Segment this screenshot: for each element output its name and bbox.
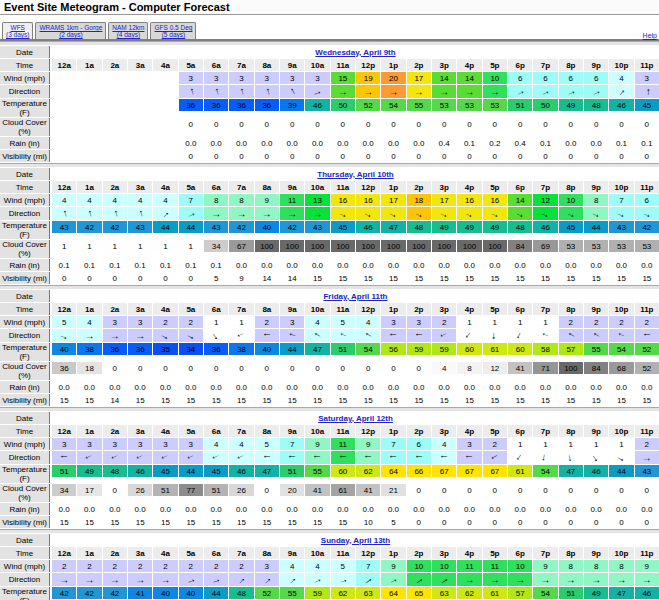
direction-cell: → [508, 207, 532, 220]
time-header-cell: 4p [457, 181, 481, 193]
direction-cell: → [179, 451, 203, 464]
row-label-time: Time [0, 547, 50, 559]
wind-direction-arrow-icon: → [590, 207, 603, 220]
date-cell: Sunday, April 13th [52, 534, 659, 546]
temperature-grid: 4038363635343638404447515456595960616058… [52, 343, 659, 361]
wind-direction-arrow-icon: → [285, 573, 299, 586]
temperature-cell: 52 [356, 99, 380, 111]
rain-cell: 0.1 [204, 259, 228, 271]
date-row: DateSaturday, April 12th [0, 412, 659, 424]
direction-cell: → [204, 451, 228, 464]
direction-cell [128, 85, 152, 98]
temperature-cell: 35 [153, 343, 177, 355]
wind-direction-arrow-icon: → [287, 453, 297, 463]
date-link[interactable]: Saturday, April 12th [318, 414, 393, 423]
rain-cell: 0.0 [559, 503, 583, 515]
rain-cell: 0.1 [635, 137, 659, 149]
visibility-cell: 15 [128, 516, 152, 528]
cloud-cell: 34 [52, 484, 76, 496]
temperature-cell: 42 [229, 221, 253, 233]
time-header-cell: 7p [533, 181, 557, 193]
wind-cell: 11 [331, 438, 355, 450]
wind-row: Wind (mph)3333334457911976432111112 [0, 438, 659, 450]
tab-wrams-1km-gorge[interactable]: WRAMS 1km - Gorge(2 days) [35, 22, 106, 39]
direction-cell [52, 85, 76, 98]
rain-cell: 0.0 [356, 259, 380, 271]
temperature-cell: 44 [204, 587, 228, 599]
wind-direction-arrow-icon: → [110, 575, 120, 585]
cloud-cell: 0 [381, 118, 405, 130]
wind-direction-arrow-icon: → [210, 573, 223, 586]
wind-cell: 14 [432, 72, 456, 84]
time-header-cell: 10a [305, 59, 329, 71]
row-label-date: Date [0, 168, 50, 180]
tab-gfs-0-5-deg[interactable]: GFS 0.5 Deg(5 days) [150, 22, 196, 39]
wind-direction-arrow-icon: → [58, 329, 71, 342]
wind-cell [153, 72, 177, 84]
direction-cell: → [635, 85, 659, 98]
rain-cell: 0.0 [52, 381, 76, 393]
rain-cell: 0.0 [280, 503, 304, 515]
temperature-grid: 5149484645444546475155606264666767676154… [52, 465, 659, 483]
cloud-cell: 0 [584, 484, 608, 496]
direction-cell: → [533, 207, 557, 220]
visibility-cell [52, 150, 76, 162]
visibility-cell: 15 [280, 516, 304, 528]
wind-direction-arrow-icon: → [387, 573, 400, 586]
rain-cell: 0.0 [432, 381, 456, 393]
visibility-cell: 15 [533, 272, 557, 284]
date-link[interactable]: Friday, April 11th [323, 292, 387, 301]
temperature-cell: 38 [77, 343, 101, 355]
wind-cell: 13 [305, 194, 329, 206]
wind-cell: 18 [407, 194, 431, 206]
direction-cell [153, 85, 177, 98]
cloud-cell: 0 [280, 362, 304, 374]
visibility-cell: 0 [407, 150, 431, 162]
time-header-cell: 3p [432, 59, 456, 71]
temperature-cell: 49 [584, 587, 608, 599]
temperature-row: Temperature (F)5149484645444546475155606… [0, 465, 659, 483]
wind-direction-arrow-icon: → [262, 209, 272, 219]
time-header-cell: 12a [52, 425, 76, 437]
rain-cell: 0.0 [128, 503, 152, 515]
time-header-cell: 9p [584, 59, 608, 71]
visibility-cell: 0 [609, 516, 633, 528]
cloud-cell: 0 [533, 484, 557, 496]
rain-cell: 0.0 [432, 503, 456, 515]
date-link[interactable]: Wednesday, April 9th [315, 48, 395, 57]
time-header-cell: 11a [331, 425, 355, 437]
time-header-cell: 8p [559, 425, 583, 437]
cloud-cell: 17 [77, 484, 101, 496]
cloud-cell: 61 [331, 484, 355, 496]
time-header-cell: 3p [432, 181, 456, 193]
wind-row: Wind (mph)33333315192017141410666643 [0, 72, 659, 84]
temperature-cell: 43 [305, 221, 329, 233]
cloud-cell: 0 [280, 118, 304, 130]
time-header-cell: 2p [407, 59, 431, 71]
tab-wfs[interactable]: WFS(3 days) [2, 22, 33, 39]
date-link[interactable]: Thursday, April 10th [317, 170, 393, 179]
visibility-cell: 0 [432, 150, 456, 162]
time-header-cell: 1p [381, 425, 405, 437]
visibility-cell: 0 [432, 516, 456, 528]
cloud-cell: 0 [255, 484, 279, 496]
help-link[interactable]: Help [643, 32, 657, 39]
rain-cell: 0.0 [204, 137, 228, 149]
rain-cell: 0.0 [635, 381, 659, 393]
cloud-cell: 1 [179, 240, 203, 252]
cloud-cell: 100 [331, 240, 355, 252]
direction-cell: → [229, 573, 253, 586]
direction-grid: →→→→→→→→→→→→→→→→→→→→→→→→ [52, 329, 659, 342]
direction-cell: → [432, 207, 456, 220]
date-link[interactable]: Sunday, April 13th [321, 536, 390, 545]
rain-cell: 0.1 [128, 259, 152, 271]
rain-grid: 0.00.00.00.00.00.00.00.00.00.00.00.00.00… [52, 503, 659, 515]
tab-nam-12km[interactable]: NAM 12km(4 days) [108, 22, 148, 39]
visibility-cell: 14 [280, 272, 304, 284]
time-header-cell: 12a [52, 181, 76, 193]
direction-cell: → [457, 207, 481, 220]
rain-cell: 0.0 [584, 381, 608, 393]
temperature-cell: 40 [52, 343, 76, 355]
direction-cell: → [457, 329, 481, 342]
wind-direction-arrow-icon: → [388, 331, 398, 341]
